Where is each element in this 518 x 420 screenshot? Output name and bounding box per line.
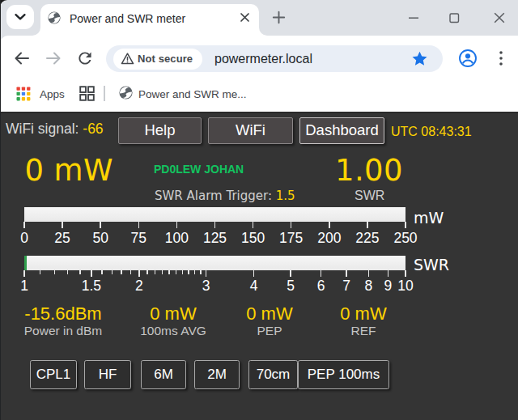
back-button[interactable] (11, 47, 33, 70)
band-button-6m[interactable]: 6M (141, 360, 186, 389)
scale-tick (321, 270, 322, 277)
swr-meter-unit-label: SWR (414, 256, 449, 274)
reload-button[interactable] (74, 47, 96, 70)
forward-button[interactable] (42, 47, 65, 70)
apps-grid-icon[interactable] (16, 87, 31, 101)
scale-minor-tick (155, 270, 156, 274)
scale-tick (346, 270, 347, 277)
security-chip[interactable]: Not secure (113, 49, 202, 70)
bookmarks-bar: Apps Power and SWR me... (0, 78, 518, 112)
scale-number: 6 (317, 278, 325, 295)
scale-minor-tick (200, 270, 202, 274)
page-content: WiFi signal: -66 Help WiFi Dashboard UTC… (0, 112, 518, 420)
wifi-button[interactable]: WiFi (208, 117, 293, 144)
band-button-2m[interactable]: 2M (194, 360, 240, 389)
security-label: Not secure (138, 53, 193, 65)
scale-number: 1.5 (82, 278, 101, 295)
close-icon (491, 10, 507, 26)
swr-meter-bar (24, 256, 405, 270)
help-button[interactable]: Help (118, 117, 202, 144)
browser-menu-icon[interactable] (495, 47, 507, 70)
stat-value: -15.6dBm (24, 303, 101, 325)
scale-tick (405, 222, 406, 228)
scale-tick (91, 270, 92, 277)
wifi-signal-text: WiFi signal: -66 (6, 121, 104, 138)
url-text[interactable]: powermeter.local (214, 45, 312, 72)
scale-tick (23, 270, 25, 277)
scale-number: 25 (54, 230, 70, 247)
scale-tick (23, 222, 25, 228)
forward-arrow-icon (42, 47, 65, 70)
scale-tick (329, 222, 330, 228)
back-arrow-icon (11, 47, 33, 70)
scale-number: 125 (203, 230, 227, 247)
scale-minor-tick (121, 270, 122, 274)
scale-minor-tick (79, 270, 81, 274)
scale-number: 50 (92, 230, 108, 247)
scale-number: 75 (131, 230, 146, 247)
tab-title: Power and SWR meter (70, 4, 185, 34)
site-favicon-globe-icon (48, 11, 61, 24)
warning-triangle-icon (121, 52, 134, 66)
scale-tick (176, 222, 178, 228)
scale-tick (405, 270, 406, 277)
stat-value: 0 mW (340, 303, 386, 325)
window-minimize-button[interactable] (405, 10, 422, 26)
scale-minor-tick (67, 270, 69, 274)
band-button-70cm[interactable]: 70cm (248, 360, 298, 389)
profile-avatar-icon[interactable] (458, 49, 478, 68)
power-meter-bar (24, 207, 405, 222)
utc-time: 08:43:31 (421, 125, 471, 138)
window-left-border (0, 0, 1, 420)
address-bar[interactable]: Not secure powermeter.local (106, 45, 443, 72)
apps-label[interactable]: Apps (40, 78, 65, 110)
power-meter-unit-label: mW (414, 209, 444, 227)
scale-minor-tick (176, 270, 177, 274)
new-tab-button[interactable] (272, 11, 286, 24)
bookmark-label[interactable]: Power and SWR me... (138, 78, 247, 110)
active-tab[interactable]: Power and SWR meter (40, 4, 259, 36)
scale-minor-tick (54, 270, 56, 274)
plus-icon (272, 11, 286, 24)
tab-close-icon[interactable] (240, 11, 250, 22)
minimize-icon (405, 10, 422, 26)
band-button-hf[interactable]: HF (84, 360, 131, 389)
stat-label: REF (351, 324, 376, 338)
swr-alarm-value: 1.5 (276, 189, 295, 203)
scale-tick (62, 222, 63, 228)
scale-tick (368, 270, 370, 277)
window-maximize-button[interactable] (446, 10, 462, 26)
scale-tick (214, 222, 216, 228)
reload-icon (74, 47, 96, 70)
stat-label: 100ms AVG (140, 324, 206, 338)
scale-number: 100 (165, 230, 189, 247)
scale-tick (291, 222, 292, 228)
band-button-pep-100ms[interactable]: PEP 100ms (298, 360, 389, 389)
scale-minor-tick (182, 270, 184, 274)
scale-number: 10 (397, 278, 413, 295)
browser-chrome: Power and SWR meter (0, 0, 518, 112)
stat-label: PEP (257, 324, 282, 338)
callsign-text: PD0LEW JOHAN (154, 163, 244, 176)
window-close-button[interactable] (491, 10, 507, 26)
scale-number: 200 (317, 230, 341, 247)
scale-minor-tick (194, 270, 196, 274)
scale-tick (138, 270, 140, 277)
swr-alarm-trigger-text: SWR Alarm Trigger: 1.5 (155, 189, 295, 203)
dashboard-grid-icon[interactable] (79, 86, 95, 101)
scale-number: 225 (355, 230, 379, 247)
browser-toolbar-area: Not secure powermeter.local (0, 36, 518, 112)
scale-tick (290, 270, 291, 277)
bookmark-star-icon[interactable] (411, 50, 428, 67)
stat-value: 0 mW (150, 303, 196, 325)
scale-minor-tick (162, 270, 163, 274)
dashboard-button[interactable]: Dashboard (299, 117, 384, 144)
scale-number: 2 (135, 278, 143, 295)
scale-minor-tick (146, 270, 148, 274)
band-button-cpl1[interactable]: CPL1 (30, 360, 77, 389)
scale-minor-tick (188, 270, 189, 274)
wifi-signal-value: -66 (83, 121, 103, 137)
scale-number: 4 (250, 278, 258, 295)
scale-number: 175 (279, 230, 303, 247)
tab-search-button[interactable] (6, 5, 34, 29)
